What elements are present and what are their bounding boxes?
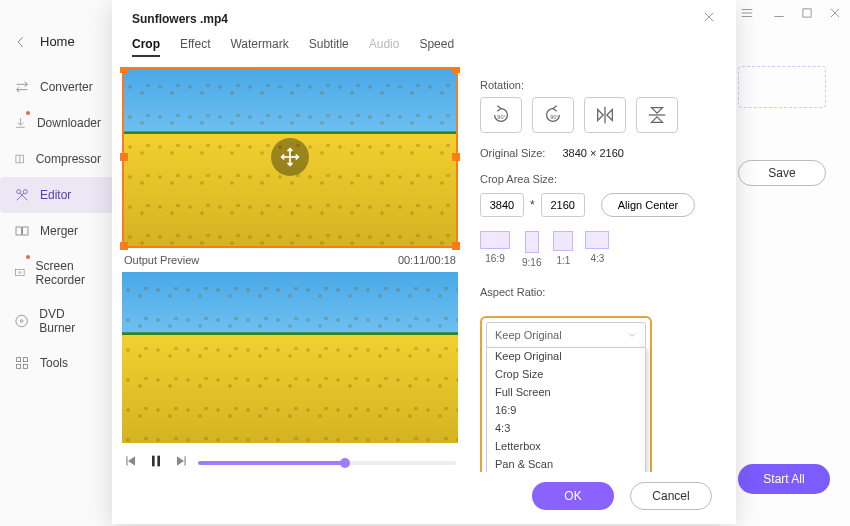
tab-audio: Audio: [369, 37, 400, 57]
aspect-option[interactable]: Full Screen: [487, 383, 645, 401]
sidebar-item-editor[interactable]: Editor: [0, 177, 115, 213]
output-preview: [122, 272, 458, 443]
svg-marker-41: [652, 108, 663, 114]
home-label: Home: [40, 34, 75, 49]
progress-slider[interactable]: [198, 461, 456, 465]
next-icon[interactable]: [174, 454, 188, 471]
svg-line-14: [17, 193, 24, 200]
placeholder-card: [738, 66, 826, 108]
sidebar-item-label: Compressor: [36, 152, 101, 166]
aspect-option[interactable]: Letterbox: [487, 437, 645, 455]
svg-line-12: [20, 193, 27, 200]
sidebar-item-merger[interactable]: Merger: [0, 213, 115, 249]
sidebar-item-label: Editor: [40, 188, 71, 202]
crop-width-input[interactable]: [480, 193, 524, 217]
svg-rect-22: [23, 358, 27, 362]
maximize-icon[interactable]: [800, 6, 814, 23]
rotate-right-button[interactable]: 90°: [532, 97, 574, 133]
svg-rect-23: [17, 364, 21, 368]
svg-rect-30: [126, 456, 127, 465]
crop-handle[interactable]: [120, 242, 128, 250]
svg-marker-33: [177, 456, 184, 465]
chevron-down-icon: [627, 330, 637, 340]
svg-rect-24: [23, 364, 27, 368]
editor-modal: Sunflowers .mp4 Crop Effect Watermark Su…: [112, 0, 736, 524]
svg-point-18: [19, 272, 21, 274]
home-nav[interactable]: Home: [0, 28, 115, 69]
aspect-option[interactable]: Keep Original: [487, 347, 645, 365]
output-preview-label: Output Preview: [124, 254, 199, 266]
crop-height-input[interactable]: [541, 193, 585, 217]
modal-title: Sunflowers .mp4: [132, 12, 228, 26]
playback-time: 00:11/00:18: [398, 254, 456, 266]
sidebar-item-label: Screen Recorder: [36, 259, 101, 287]
svg-text:90°: 90°: [550, 114, 558, 120]
sidebar: Home Converter Downloader Compressor Edi…: [0, 0, 115, 526]
aspect-ratio-select[interactable]: Keep Original: [486, 322, 646, 348]
sidebar-item-label: DVD Burner: [39, 307, 101, 335]
sidebar-item-converter[interactable]: Converter: [0, 69, 115, 105]
minimize-icon[interactable]: [772, 6, 786, 23]
preset-1-1[interactable]: 1:1: [553, 231, 573, 268]
aspect-ratio-value: Keep Original: [495, 329, 562, 341]
menu-icon[interactable]: [740, 6, 754, 23]
crop-handle[interactable]: [452, 153, 460, 161]
svg-marker-38: [598, 110, 604, 121]
sidebar-item-screen-recorder[interactable]: Screen Recorder: [0, 249, 115, 297]
tab-effect[interactable]: Effect: [180, 37, 210, 57]
tab-speed[interactable]: Speed: [419, 37, 454, 57]
svg-rect-34: [185, 456, 186, 465]
original-size-value: 3840 × 2160: [562, 147, 623, 159]
tab-subtitle[interactable]: Subtitle: [309, 37, 349, 57]
svg-rect-16: [23, 227, 28, 235]
editor-tabs: Crop Effect Watermark Subtitle Audio Spe…: [112, 31, 736, 67]
aspect-option[interactable]: 16:9: [487, 401, 645, 419]
prev-icon[interactable]: [124, 454, 138, 471]
aspect-option[interactable]: Crop Size: [487, 365, 645, 383]
sidebar-item-downloader[interactable]: Downloader: [0, 105, 115, 141]
svg-marker-42: [652, 117, 663, 123]
save-button[interactable]: Save: [738, 160, 826, 186]
crop-area[interactable]: [122, 67, 458, 248]
sidebar-item-tools[interactable]: Tools: [0, 345, 115, 381]
svg-rect-31: [152, 456, 155, 467]
svg-marker-39: [607, 110, 613, 121]
tab-watermark[interactable]: Watermark: [230, 37, 288, 57]
pause-icon[interactable]: [148, 453, 164, 472]
rotate-left-button[interactable]: 90°: [480, 97, 522, 133]
align-center-button[interactable]: Align Center: [601, 193, 696, 217]
preset-4-3[interactable]: 4:3: [585, 231, 609, 268]
flip-vertical-button[interactable]: [636, 97, 678, 133]
rotation-label: Rotation:: [480, 79, 720, 91]
crop-handle[interactable]: [452, 242, 460, 250]
crop-handle[interactable]: [120, 153, 128, 161]
flip-horizontal-button[interactable]: [584, 97, 626, 133]
main-close-icon[interactable]: [828, 6, 842, 23]
close-icon[interactable]: [702, 10, 716, 27]
preset-16-9[interactable]: 16:9: [480, 231, 510, 268]
svg-rect-4: [803, 9, 811, 17]
sidebar-item-compressor[interactable]: Compressor: [0, 141, 115, 177]
svg-marker-29: [128, 456, 135, 465]
svg-text:90°: 90°: [497, 114, 505, 120]
original-size-label: Original Size: 3840 × 2160: [480, 147, 720, 159]
sidebar-item-label: Tools: [40, 356, 68, 370]
aspect-option[interactable]: Pan & Scan: [487, 455, 645, 472]
tab-crop[interactable]: Crop: [132, 37, 160, 57]
svg-rect-17: [15, 270, 24, 276]
playbar: [122, 443, 458, 472]
sidebar-item-label: Downloader: [37, 116, 101, 130]
start-all-button[interactable]: Start All: [738, 464, 830, 494]
aspect-ratio-dropdown: Keep Original Crop Size Full Screen 16:9…: [486, 347, 646, 472]
ok-button[interactable]: OK: [532, 482, 614, 510]
aspect-option[interactable]: 4:3: [487, 419, 645, 437]
crop-handle[interactable]: [120, 67, 128, 73]
preset-9-16[interactable]: 9:16: [522, 231, 541, 268]
sidebar-item-dvd-burner[interactable]: DVD Burner: [0, 297, 115, 345]
crop-area-size-label: Crop Area Size:: [480, 173, 720, 185]
move-icon[interactable]: [271, 138, 309, 176]
aspect-ratio-label: Aspect Ratio:: [480, 286, 720, 298]
cancel-button[interactable]: Cancel: [630, 482, 712, 510]
crop-handle[interactable]: [452, 67, 460, 73]
times-symbol: *: [530, 198, 535, 212]
